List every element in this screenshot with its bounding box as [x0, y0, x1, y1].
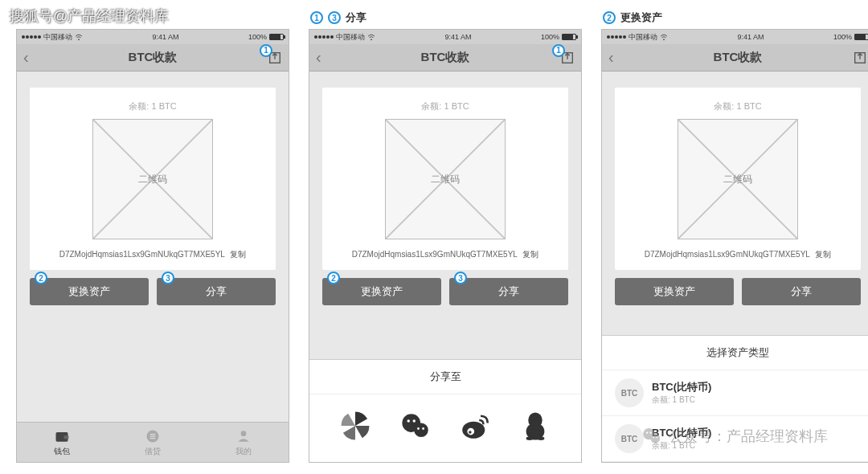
qr-placeholder: 二维码 [385, 119, 506, 239]
address-text: D7ZMojdHqmsias1Lsx9GmNUkqGT7MXE5YL [59, 250, 225, 259]
share-button[interactable]: 3 分享 [449, 278, 568, 305]
asset-balance-label: 余额: 1 BTC [652, 440, 711, 452]
copy-button[interactable]: 复制 [230, 250, 246, 259]
button-row: 2 更换资产 3 分享 [322, 278, 568, 305]
copy-button[interactable]: 复制 [815, 250, 831, 259]
page-title: BTC收款 [129, 50, 178, 65]
share-button[interactable]: 分享 [742, 278, 861, 305]
balance-label: 余额: 1 BTC [39, 100, 266, 112]
profile-icon [235, 428, 252, 444]
button-row: 更换资产 分享 [615, 278, 861, 305]
button-row: 2 更换资产 3 分享 [30, 278, 276, 305]
annotation-badge-3: 3 [454, 272, 467, 284]
copy-button[interactable]: 复制 [522, 250, 538, 259]
nav-bar: ‹ BTC收款 [602, 44, 868, 72]
wallet-icon [54, 428, 70, 444]
wireframe-column-1: 中国移动 9:41 AM 100% ‹ BTC收款 1 余额: 1 BTC 二维… [16, 10, 289, 464]
tab-loan[interactable]: 借贷 [108, 423, 199, 462]
tab-mine[interactable]: 我的 [198, 423, 289, 462]
battery-icon [269, 34, 284, 40]
qr-placeholder: 二维码 [678, 119, 798, 239]
asset-sheet-title: 选择资产类型 [602, 336, 868, 370]
asset-balance-label: 余额: 1 BTC [652, 394, 711, 406]
battery-icon [854, 34, 868, 40]
svg-rect-8 [64, 435, 69, 439]
wifi-icon [367, 34, 375, 40]
svg-point-23 [526, 437, 533, 440]
asset-row[interactable]: BTC BTC(比特币) 余额: 1 BTC [602, 416, 868, 462]
annotation-badge-2: 2 [35, 272, 47, 284]
annotation-badge-2: 2 [603, 11, 616, 24]
asset-name-label: BTC(比特币) [652, 380, 711, 394]
address-row: D7ZMojdHqmsias1Lsx9GmNUkqGT7MXE5YL 复制 [332, 249, 559, 260]
annotation-badge-2: 2 [327, 272, 340, 284]
annotation-badge-1: 1 [260, 44, 272, 57]
annotation-badge-1: 1 [310, 11, 323, 24]
annotation-row: 1 3 分享 [309, 10, 582, 26]
status-bar: 中国移动 9:41 AM 100% [602, 30, 868, 44]
svg-point-16 [417, 427, 420, 430]
share-nav-button[interactable]: 1 [268, 51, 282, 65]
annotation-row [16, 10, 289, 26]
phone-frame: 中国移动 9:41 AM 100% ‹ BTC收款 1 余额: 1 BTC 二维… [16, 29, 289, 463]
asset-row[interactable]: BTC BTC(比特币) 余额: 1 BTC [602, 370, 868, 416]
address-text: D7ZMojdHqmsias1Lsx9GmNUkqGT7MXE5YL [645, 250, 810, 259]
svg-point-10 [240, 431, 246, 436]
status-bar: 中国移动 9:41 AM 100% [17, 30, 289, 44]
share-icon-row [309, 394, 581, 462]
nav-bar: ‹ BTC收款 1 [17, 44, 289, 72]
qr-placeholder: 二维码 [92, 119, 213, 239]
signal-dots-icon [22, 35, 41, 39]
phone-frame: 中国移动 9:41 AM 100% ‹ BTC收款 余额: 1 BTC 二维码 … [601, 29, 868, 463]
annotation-badge-3: 3 [162, 272, 174, 284]
page-title: BTC收款 [421, 50, 470, 65]
balance-label: 余额: 1 BTC [332, 100, 559, 112]
share-wechat-icon[interactable] [399, 409, 432, 443]
address-row: D7ZMojdHqmsias1Lsx9GmNUkqGT7MXE5YL 复制 [624, 249, 851, 260]
address-text: D7ZMojdHqmsias1Lsx9GmNUkqGT7MXE5YL [352, 250, 518, 259]
share-nav-button[interactable]: 1 [560, 51, 575, 65]
switch-asset-button[interactable]: 2 更换资产 [30, 278, 149, 305]
back-button[interactable]: ‹ [316, 48, 332, 67]
battery-percent-label: 100% [248, 33, 267, 41]
wifi-icon [660, 34, 668, 40]
wireframe-column-3: 2 更换资产 中国移动 9:41 AM 100% ‹ BTC收款 余额: 1 [601, 10, 868, 464]
tab-bar: 钱包 借贷 我的 [17, 422, 289, 462]
content-area: 余额: 1 BTC 二维码 D7ZMojdHqmsias1Lsx9GmNUkqG… [17, 72, 289, 422]
status-bar: 中国移动 9:41 AM 100% [309, 30, 581, 44]
asset-name-label: BTC(比特币) [652, 426, 711, 440]
address-row: D7ZMojdHqmsias1Lsx9GmNUkqGT7MXE5YL 复制 [39, 249, 266, 260]
share-button[interactable]: 3 分享 [157, 278, 276, 305]
share-weibo-icon[interactable] [458, 409, 492, 443]
back-button[interactable]: ‹ [23, 48, 39, 67]
annotation-row: 2 更换资产 [601, 10, 868, 26]
receive-card: 余额: 1 BTC 二维码 D7ZMojdHqmsias1Lsx9GmNUkqG… [30, 88, 276, 270]
switch-asset-button[interactable]: 更换资产 [615, 278, 734, 305]
switch-asset-button[interactable]: 2 更换资产 [322, 278, 441, 305]
share-sheet-title: 分享至 [309, 360, 581, 394]
share-qq-icon[interactable] [518, 409, 552, 443]
annotation-label: 分享 [346, 10, 366, 25]
receive-card: 余额: 1 BTC 二维码 D7ZMojdHqmsias1Lsx9GmNUkqG… [615, 88, 861, 270]
carrier-label: 中国移动 [628, 32, 657, 43]
page-title: BTC收款 [714, 50, 763, 65]
nav-bar: ‹ BTC收款 1 [309, 44, 581, 72]
asset-symbol-icon: BTC [615, 378, 644, 407]
tab-wallet[interactable]: 钱包 [17, 423, 108, 462]
clock-label: 9:41 AM [444, 33, 471, 41]
battery-icon [562, 34, 576, 40]
asset-symbol-icon: BTC [615, 424, 644, 453]
clock-label: 9:41 AM [152, 33, 178, 41]
share-camera-aperture-icon[interactable] [338, 409, 372, 443]
svg-point-15 [412, 419, 416, 423]
svg-point-14 [407, 419, 410, 423]
annotation-badge-3: 3 [328, 11, 341, 24]
battery-percent-label: 100% [541, 33, 559, 41]
balance-label: 余额: 1 BTC [624, 100, 851, 112]
share-sheet: 分享至 [309, 359, 581, 462]
carrier-label: 中国移动 [43, 32, 72, 43]
asset-sheet: 选择资产类型 BTC BTC(比特币) 余额: 1 BTC BTC BTC(比特… [602, 335, 868, 462]
carrier-label: 中国移动 [336, 32, 365, 43]
back-button[interactable]: ‹ [608, 48, 624, 67]
share-nav-button[interactable] [853, 51, 867, 65]
